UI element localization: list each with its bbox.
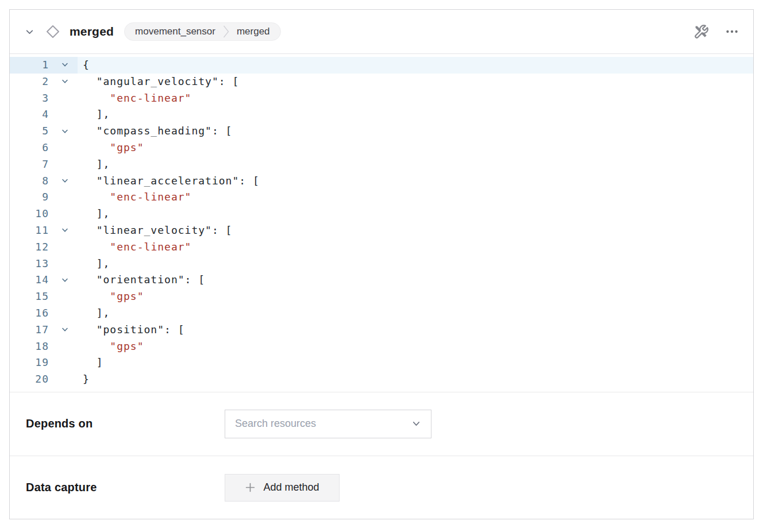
- code-line: ],: [78, 156, 110, 173]
- editor-line[interactable]: 12 "enc-linear": [10, 239, 753, 256]
- fold-spacer: [52, 371, 78, 388]
- chevron-down-icon: [25, 27, 34, 37]
- breadcrumb-separator-icon: [223, 25, 229, 38]
- editor-line[interactable]: 10 ],: [10, 206, 753, 222]
- code-line: "gps": [78, 140, 144, 156]
- search-resources-placeholder: Search resources: [235, 418, 316, 430]
- data-capture-label: Data capture: [26, 481, 225, 494]
- line-number: 19: [10, 354, 52, 371]
- configure-tools-button[interactable]: [692, 23, 710, 40]
- fold-toggle[interactable]: [52, 173, 78, 190]
- line-number: 6: [10, 140, 52, 156]
- editor-gutter: 19: [10, 354, 78, 371]
- search-resources-select[interactable]: Search resources: [225, 410, 431, 438]
- editor-gutter: 8: [10, 173, 78, 190]
- fold-toggle[interactable]: [52, 123, 78, 140]
- line-number: 15: [10, 288, 52, 305]
- editor-line[interactable]: 4 ],: [10, 106, 753, 123]
- code-line: ],: [78, 305, 110, 322]
- line-number: 1: [10, 57, 52, 74]
- editor-line[interactable]: 13 ],: [10, 256, 753, 272]
- editor-line[interactable]: 6 "gps": [10, 140, 753, 156]
- editor-line[interactable]: 2 "angular_velocity": [: [10, 74, 753, 90]
- editor-line[interactable]: 7 ],: [10, 156, 753, 173]
- code-line: "gps": [78, 288, 144, 305]
- chevron-down-icon: [411, 419, 421, 429]
- data-capture-section: Data capture Add method: [10, 456, 753, 519]
- fold-spacer: [52, 189, 78, 206]
- fold-spacer: [52, 106, 78, 123]
- plus-icon: [245, 482, 256, 493]
- wrench-screwdriver-icon: [693, 24, 709, 40]
- depends-on-section: Depends on Search resources: [10, 392, 753, 456]
- code-line: }: [78, 371, 90, 388]
- editor-gutter: 14: [10, 272, 78, 288]
- editor-line[interactable]: 3 "enc-linear": [10, 90, 753, 107]
- code-line: "position": [: [78, 322, 185, 338]
- editor-gutter: 16: [10, 305, 78, 322]
- editor-line[interactable]: 8 "linear_acceleration": [: [10, 173, 753, 190]
- editor-line[interactable]: 1{: [10, 57, 753, 74]
- code-line: "orientation": [: [78, 272, 205, 288]
- editor-gutter: 5: [10, 123, 78, 140]
- fold-toggle[interactable]: [52, 272, 78, 288]
- editor-gutter: 2: [10, 74, 78, 90]
- editor-line[interactable]: 5 "compass_heading": [: [10, 123, 753, 140]
- fold-spacer: [52, 90, 78, 107]
- line-number: 5: [10, 123, 52, 140]
- code-line: "linear_acceleration": [: [78, 173, 260, 190]
- editor-line[interactable]: 18 "gps": [10, 338, 753, 355]
- line-number: 13: [10, 256, 52, 272]
- editor-gutter: 20: [10, 371, 78, 388]
- fold-toggle[interactable]: [52, 57, 78, 74]
- fold-spacer: [52, 354, 78, 371]
- editor-gutter: 18: [10, 338, 78, 355]
- code-line: "angular_velocity": [: [78, 74, 239, 90]
- editor-gutter: 15: [10, 288, 78, 305]
- line-number: 7: [10, 156, 52, 173]
- editor-gutter: 12: [10, 239, 78, 256]
- editor-line[interactable]: 20}: [10, 371, 753, 388]
- fold-spacer: [52, 156, 78, 173]
- code-line: "enc-linear": [78, 239, 191, 256]
- fold-spacer: [52, 288, 78, 305]
- editor-gutter: 13: [10, 256, 78, 272]
- add-method-label: Add method: [263, 481, 319, 494]
- editor-line[interactable]: 11 "linear_velocity": [: [10, 222, 753, 239]
- line-number: 9: [10, 189, 52, 206]
- code-editor[interactable]: 1{2 "angular_velocity": [3 "enc-linear"4…: [10, 54, 753, 392]
- resource-card: merged movement_sensor merged: [9, 9, 754, 519]
- line-number: 12: [10, 239, 52, 256]
- collapse-button[interactable]: [24, 26, 34, 37]
- fold-toggle[interactable]: [52, 74, 78, 90]
- diamond-icon: [45, 24, 61, 40]
- chevron-down-icon: [61, 227, 68, 234]
- fold-spacer: [52, 140, 78, 156]
- code-line: ]: [78, 354, 103, 371]
- code-line: "compass_heading": [: [78, 123, 232, 140]
- fold-spacer: [52, 256, 78, 272]
- line-number: 3: [10, 90, 52, 107]
- editor-line[interactable]: 19 ]: [10, 354, 753, 371]
- fold-spacer: [52, 206, 78, 222]
- more-menu-button[interactable]: [723, 23, 741, 40]
- code-line: "linear_velocity": [: [78, 222, 232, 239]
- chevron-down-icon: [61, 326, 68, 333]
- code-line: ],: [78, 256, 110, 272]
- editor-line[interactable]: 17 "position": [: [10, 322, 753, 338]
- fold-toggle[interactable]: [52, 322, 78, 338]
- editor-line[interactable]: 14 "orientation": [: [10, 272, 753, 288]
- breadcrumb-type: movement_sensor: [135, 26, 215, 37]
- code-line: ],: [78, 206, 110, 222]
- editor-line[interactable]: 16 ],: [10, 305, 753, 322]
- code-line: "gps": [78, 338, 144, 355]
- editor-line[interactable]: 15 "gps": [10, 288, 753, 305]
- chevron-down-icon: [61, 61, 68, 68]
- editor-gutter: 6: [10, 140, 78, 156]
- editor-line[interactable]: 9 "enc-linear": [10, 189, 753, 206]
- ellipsis-icon: [725, 24, 739, 39]
- fold-spacer: [52, 305, 78, 322]
- chevron-down-icon: [61, 277, 68, 284]
- add-method-button[interactable]: Add method: [225, 474, 340, 502]
- fold-toggle[interactable]: [52, 222, 78, 239]
